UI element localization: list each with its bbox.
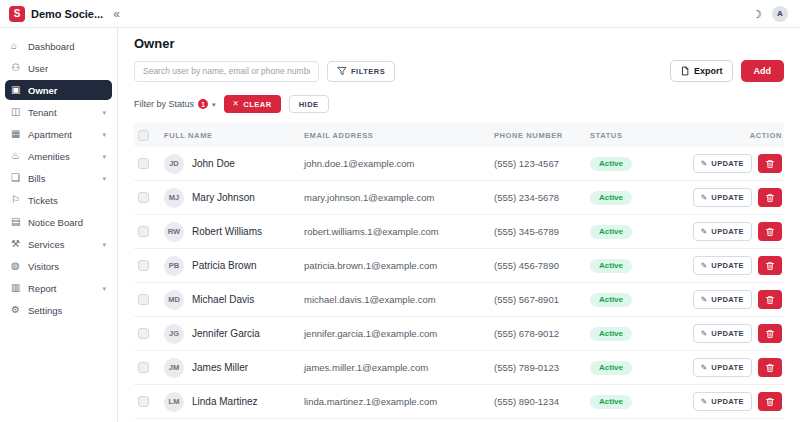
export-button[interactable]: Export (670, 60, 733, 82)
owner-email: john.doe.1@example.com (304, 158, 494, 169)
owner-name: Michael Davis (192, 294, 254, 305)
hide-filters-button[interactable]: HIDE (289, 95, 329, 113)
owner-name: Robert Williams (192, 226, 262, 237)
filter-by-status-label: Filter by Status (134, 99, 194, 109)
dashboard-icon: ⌂ (11, 41, 22, 51)
sidebar-item-user[interactable]: ⚇User (5, 58, 112, 78)
pencil-icon: ✎ (701, 398, 708, 406)
sidebar-item-label: Apartment (28, 129, 72, 140)
sidebar-item-settings[interactable]: ⚙Settings (5, 300, 112, 320)
col-full-name: FULL NAME (164, 131, 304, 140)
delete-button[interactable] (758, 256, 782, 275)
chevron-down-icon: ▾ (212, 101, 216, 108)
sidebar-item-report[interactable]: ▥Report▾ (5, 278, 112, 298)
bills-icon: ❏ (11, 173, 22, 183)
sidebar-item-label: Bills (28, 173, 45, 184)
delete-button[interactable] (758, 324, 782, 343)
user-avatar[interactable]: A (772, 6, 788, 22)
delete-button[interactable] (758, 188, 782, 207)
filters-button[interactable]: FILTERS (327, 61, 395, 82)
delete-button[interactable] (758, 358, 782, 377)
delete-button[interactable] (758, 290, 782, 309)
row-avatar: JG (164, 324, 184, 344)
table-row: JMJames Millerjames.miller.1@example.com… (134, 351, 784, 385)
page-title: Owner (134, 36, 784, 51)
tenant-icon: ◫ (11, 107, 22, 117)
sidebar-item-label: Visitors (28, 261, 59, 272)
sidebar-item-amenities[interactable]: ♨Amenities▾ (5, 146, 112, 166)
pencil-icon: ✎ (701, 330, 708, 338)
close-icon: ✕ (233, 100, 240, 108)
row-checkbox[interactable] (138, 226, 149, 237)
filter-count-badge: 1 (198, 99, 208, 109)
sidebar-item-tenant[interactable]: ◫Tenant▾ (5, 102, 112, 122)
sidebar-item-tickets[interactable]: ⚐Tickets (5, 190, 112, 210)
status-badge: Active (590, 259, 632, 273)
row-avatar: JM (164, 358, 184, 378)
pencil-icon: ✎ (701, 296, 708, 304)
chevron-down-icon: ▾ (102, 109, 106, 116)
search-input[interactable] (134, 61, 319, 82)
row-checkbox[interactable] (138, 294, 149, 305)
filter-by-status-dropdown[interactable]: Filter by Status 1 ▾ (134, 99, 216, 109)
table-row: JGJennifer Garciajennifer.garcia.1@examp… (134, 317, 784, 351)
owner-phone: (555) 456-7890 (494, 260, 590, 271)
row-checkbox[interactable] (138, 396, 149, 407)
row-checkbox[interactable] (138, 192, 149, 203)
sidebar-collapse-icon[interactable]: « (113, 8, 120, 20)
row-checkbox[interactable] (138, 362, 149, 373)
sidebar-item-owner[interactable]: ▣Owner (5, 80, 112, 100)
clear-filters-button[interactable]: ✕ CLEAR (224, 95, 281, 113)
update-button[interactable]: ✎UPDATE (693, 358, 752, 377)
row-checkbox[interactable] (138, 158, 149, 169)
add-button[interactable]: Add (741, 60, 785, 82)
update-button[interactable]: ✎UPDATE (693, 324, 752, 343)
owner-phone: (555) 789-0123 (494, 362, 590, 373)
sidebar-item-dashboard[interactable]: ⌂Dashboard (5, 36, 112, 56)
pencil-icon: ✎ (701, 194, 708, 202)
update-button[interactable]: ✎UPDATE (693, 290, 752, 309)
owner-email: jennifer.garcia.1@example.com (304, 328, 494, 339)
col-phone: PHONE NUMBER (494, 131, 590, 140)
update-button[interactable]: ✎UPDATE (693, 392, 752, 411)
owner-name: Patricia Brown (192, 260, 256, 271)
owner-email: patricia.brown.1@example.com (304, 260, 494, 271)
sidebar-item-apartment[interactable]: ▦Apartment▾ (5, 124, 112, 144)
update-button[interactable]: ✎UPDATE (693, 188, 752, 207)
status-badge: Active (590, 361, 632, 375)
row-checkbox[interactable] (138, 260, 149, 271)
settings-icon: ⚙ (11, 305, 22, 315)
delete-button[interactable] (758, 154, 782, 173)
dark-mode-toggle-icon[interactable]: ☾ (752, 8, 762, 19)
update-button[interactable]: ✎UPDATE (693, 154, 752, 173)
status-badge: Active (590, 191, 632, 205)
sidebar-item-notice-board[interactable]: ▤Notice Board (5, 212, 112, 232)
sidebar-item-visitors[interactable]: ◍Visitors (5, 256, 112, 276)
sidebar-nav: ⌂Dashboard⚇User▣Owner◫Tenant▾▦Apartment▾… (0, 28, 118, 422)
sidebar-item-label: Services (28, 239, 64, 250)
owner-icon: ▣ (11, 85, 22, 95)
topbar: S Demo Socie... « ☾ A (0, 0, 800, 28)
sidebar-item-label: Owner (28, 85, 58, 96)
delete-button[interactable] (758, 392, 782, 411)
sidebar-item-services[interactable]: ⚒Services▾ (5, 234, 112, 254)
select-all-checkbox[interactable] (138, 130, 149, 141)
trash-icon (765, 397, 775, 407)
delete-button[interactable] (758, 222, 782, 241)
owner-name: Jennifer Garcia (192, 328, 260, 339)
update-button[interactable]: ✎UPDATE (693, 256, 752, 275)
status-badge: Active (590, 225, 632, 239)
row-checkbox[interactable] (138, 328, 149, 339)
sidebar-item-bills[interactable]: ❏Bills▾ (5, 168, 112, 188)
chevron-down-icon: ▾ (102, 131, 106, 138)
table-row: JDJohn Doejohn.doe.1@example.com(555) 12… (134, 147, 784, 181)
app-logo[interactable]: S (9, 6, 25, 22)
table-row: MDMichael Davismichael.davis.1@example.c… (134, 283, 784, 317)
status-badge: Active (590, 157, 632, 171)
chevron-down-icon: ▾ (102, 153, 106, 160)
table-row: LMLinda Martinezlinda.martinez.1@example… (134, 385, 784, 419)
status-badge: Active (590, 395, 632, 409)
services-icon: ⚒ (11, 239, 22, 249)
owner-phone: (555) 345-6789 (494, 226, 590, 237)
update-button[interactable]: ✎UPDATE (693, 222, 752, 241)
